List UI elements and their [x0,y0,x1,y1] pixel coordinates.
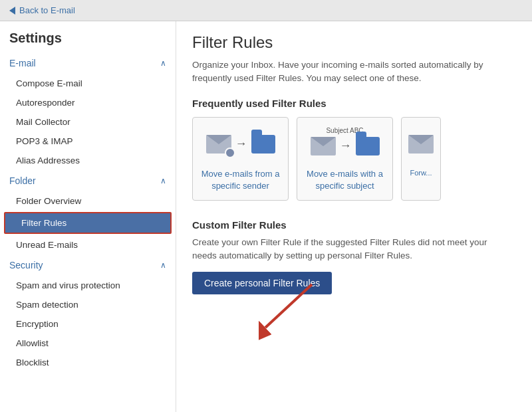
create-button-container: Create personal Filter Rules [192,272,332,294]
create-personal-filter-rules-button[interactable]: Create personal Filter Rules [192,272,332,294]
card-icon-row-1: → [206,127,275,161]
envelope-shape-2 [311,137,336,155]
card-icon-inner-2: → [311,137,380,155]
content-description: Organize your Inbox. Have your incoming … [192,58,511,86]
folder-icon-1 [251,135,275,154]
sidebar-section-security[interactable]: Security ∧ [0,255,176,276]
card-icon-row-2: Subject ABC → [311,127,380,161]
sidebar-item-compose-email[interactable]: Compose E-mail [0,74,176,93]
sidebar-section-email[interactable]: E-mail ∧ [0,52,176,74]
sidebar-section-security-label: Security [9,260,43,270]
envelope-icon-3 [408,135,434,154]
frequently-used-header: Frequently used Filter Rules [192,98,516,109]
sidebar-item-folder-overview[interactable]: Folder Overview [0,191,176,211]
envelope-person-icon [206,135,231,154]
arrow-icon-2: → [340,139,352,153]
sidebar-section-email-label: E-mail [9,58,36,68]
sidebar-section-folder-label: Folder [9,175,36,186]
back-to-email-bar[interactable]: Back to E-mail [0,0,532,21]
page-title: Filter Rules [192,33,516,52]
filter-cards-row: → Move e-mails from a specific sender Su… [192,117,516,201]
custom-filter-rules-header: Custom Filter Rules [192,219,516,231]
main-layout: Settings E-mail ∧ Compose E-mail Autores… [0,21,532,412]
person-badge [225,148,235,158]
sidebar-item-mail-collector[interactable]: Mail Collector [0,112,176,132]
filter-card-subject[interactable]: Subject ABC → Move e-mails with a specif… [297,117,393,201]
sidebar: Settings E-mail ∧ Compose E-mail Autores… [0,21,176,412]
folder-icon-2 [356,137,380,155]
sidebar-item-blocklist[interactable]: Blocklist [0,353,176,372]
sidebar-title: Settings [0,21,176,52]
chevron-up-icon-security: ∧ [160,260,166,270]
sidebar-item-spam-detection[interactable]: Spam detection [0,295,176,314]
card-label-forward: Forw... [410,168,432,178]
back-arrow-icon [9,7,15,15]
envelope-shape-3 [408,135,434,154]
envelope-icon-2 [311,137,336,155]
sidebar-item-allowlist[interactable]: Allowlist [0,334,176,353]
card-icon-row-3 [408,127,434,161]
content-area: Filter Rules Organize your Inbox. Have y… [176,21,532,412]
card-label-subject: Move e-mails with a specific subject [304,168,386,192]
sidebar-section-folder[interactable]: Folder ∧ [0,170,176,191]
filter-rules-highlighted: Filter Rules [4,212,172,234]
back-label: Back to E-mail [19,5,75,15]
chevron-up-icon-folder: ∧ [160,176,166,185]
card-label-sender: Move e-mails from a specific sender [200,168,281,192]
filter-card-sender[interactable]: → Move e-mails from a specific sender [192,117,289,201]
sidebar-item-spam-virus[interactable]: Spam and virus protection [0,276,176,295]
sidebar-item-unread-emails[interactable]: Unread E-mails [0,235,176,255]
sidebar-item-filter-rules[interactable]: Filter Rules [5,213,170,233]
chevron-up-icon: ∧ [160,58,166,68]
sidebar-item-pop3-imap[interactable]: POP3 & IMAP [0,132,176,151]
sidebar-item-alias-addresses[interactable]: Alias Addresses [0,151,176,170]
custom-filter-rules-desc: Create your own Filter Rule if the sugge… [192,236,511,263]
arrow-icon-1: → [235,137,247,151]
filter-card-forward[interactable]: Forw... [401,117,441,201]
sidebar-item-encryption[interactable]: Encryption [0,314,176,334]
sidebar-item-autoresponder[interactable]: Autoresponder [0,93,176,112]
